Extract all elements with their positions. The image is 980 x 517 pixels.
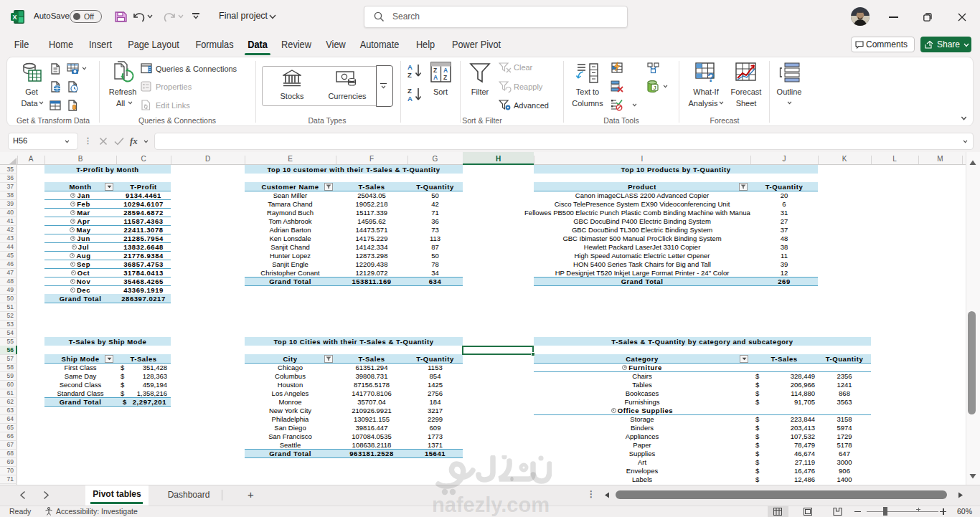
svg-text:Z: Z xyxy=(433,67,437,74)
svg-text:A: A xyxy=(433,74,438,81)
svg-text:A: A xyxy=(407,63,413,71)
svg-text:Z: Z xyxy=(407,87,412,95)
svg-text:?: ? xyxy=(707,71,715,84)
svg-text:Z: Z xyxy=(443,74,447,81)
svg-text:A: A xyxy=(443,67,448,74)
svg-text:X: X xyxy=(12,14,17,21)
svg-text:A: A xyxy=(407,95,413,103)
svg-text:J: J xyxy=(653,85,656,91)
svg-text:Z: Z xyxy=(407,71,412,79)
